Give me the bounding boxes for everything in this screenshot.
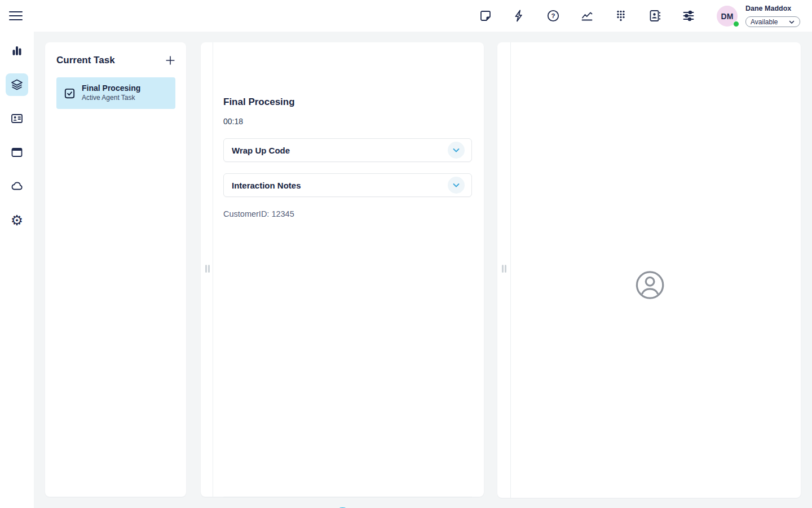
chevron-down-icon <box>448 177 465 194</box>
help-icon[interactable]: ? <box>546 9 560 23</box>
plus-icon <box>164 54 176 67</box>
panel-gutter <box>201 42 213 497</box>
task-item-title: Final Procesing <box>82 84 140 94</box>
customer-placeholder-icon <box>635 270 665 303</box>
task-detail-panel: Final Procesing 00:18 Wrap Up Code Inter… <box>201 42 484 497</box>
status-select-value: Available <box>751 18 788 26</box>
interaction-panel <box>497 42 801 498</box>
id-card-icon <box>10 112 24 125</box>
sidebar-item-directory[interactable] <box>6 107 28 130</box>
sidebar-item-apps[interactable] <box>6 141 28 164</box>
status-select[interactable]: Available <box>745 16 800 27</box>
presence-status-dot <box>733 21 739 27</box>
actions-divider <box>223 497 472 497</box>
topbar: ? <box>0 0 812 32</box>
topbar-icon-group: ? <box>479 9 695 23</box>
menu-hamburger-button[interactable] <box>9 8 25 23</box>
sidebar-item-tasks[interactable] <box>6 73 28 96</box>
bar-chart-icon <box>10 44 24 58</box>
lightning-icon[interactable] <box>513 9 526 23</box>
contacts-icon[interactable] <box>648 9 661 23</box>
user-name: Dane Maddox <box>745 5 791 12</box>
customer-id-text: CustomerID: 12345 <box>223 209 294 218</box>
add-task-button[interactable] <box>164 54 177 67</box>
task-item-subtitle: Active Agent Task <box>82 94 140 103</box>
cloud-icon <box>10 179 24 193</box>
layers-icon <box>10 78 24 91</box>
task-detail-title: Final Procesing <box>223 97 295 108</box>
current-task-panel: Current Task Final Procesing Active Agen… <box>45 42 186 497</box>
sidebar-item-activity[interactable] <box>6 40 28 62</box>
task-timer: 00:18 <box>223 117 243 126</box>
panel-resize-handle[interactable] <box>205 265 210 273</box>
dialpad-icon[interactable] <box>614 9 628 23</box>
svg-text:?: ? <box>551 12 555 19</box>
sidebar-rail: ⚙ <box>0 32 34 508</box>
chevron-down-icon <box>788 19 795 25</box>
interaction-notes-label: Interaction Notes <box>232 181 448 190</box>
current-task-title: Current Task <box>56 55 115 66</box>
checkbox-checked-icon <box>63 87 76 100</box>
wrap-up-code-accordion[interactable]: Wrap Up Code <box>223 138 472 162</box>
browser-window-icon <box>10 146 24 159</box>
gear-icon: ⚙ <box>11 213 23 227</box>
performance-chart-icon[interactable] <box>580 9 594 23</box>
sidebar-item-settings[interactable]: ⚙ <box>6 209 28 231</box>
sidebar-item-cloud[interactable] <box>6 175 28 198</box>
task-list-item[interactable]: Final Procesing Active Agent Task <box>56 77 175 109</box>
panel-resize-handle[interactable] <box>502 265 506 273</box>
note-icon[interactable] <box>479 9 492 23</box>
interaction-notes-accordion[interactable]: Interaction Notes <box>223 173 472 197</box>
wrap-up-code-label: Wrap Up Code <box>232 146 448 155</box>
chevron-down-icon <box>448 142 465 159</box>
panel-gutter <box>497 42 511 498</box>
preferences-icon[interactable] <box>682 9 695 23</box>
